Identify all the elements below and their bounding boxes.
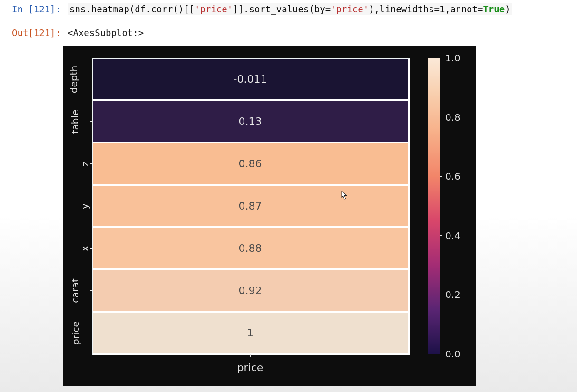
output-text: <AxesSubplot:> [68, 27, 144, 38]
x-axis-label: price [92, 362, 409, 373]
y-tick-label: y [63, 185, 90, 227]
code-cell[interactable]: sns.heatmap(df.corr()[['price']].sort_va… [68, 3, 512, 15]
heatmap-row: -0.011 [93, 59, 410, 101]
y-axis-labels: depthtablezyxcaratprice [63, 58, 90, 354]
colorbar [428, 58, 440, 354]
colorbar-tick: 0.6 [440, 171, 460, 182]
heatmap-row: 0.92 [93, 270, 410, 313]
cell-value: 0.88 [239, 242, 262, 254]
colorbar-tick: 0.2 [440, 289, 460, 300]
y-tick-label: depth [63, 58, 90, 100]
colorbar-tick: 0.4 [440, 230, 460, 241]
y-tick-label: table [63, 100, 90, 143]
cell-value: 0.87 [239, 200, 262, 212]
heatmap-row: 1 [93, 313, 410, 355]
heatmap-figure: depthtablezyxcaratprice -0.0110.130.860.… [63, 46, 476, 386]
heatmap-row: 0.88 [93, 228, 410, 270]
heatmap-row: 0.13 [93, 101, 410, 143]
input-prompt: In [121]: [5, 3, 68, 14]
y-tick-label: x [63, 227, 90, 269]
heatmap-row: 0.87 [93, 186, 410, 228]
y-tick-label: z [63, 143, 90, 185]
cell-value: 1 [247, 327, 254, 339]
y-tick-label: carat [63, 269, 90, 312]
cell-value: 0.13 [239, 115, 262, 127]
cell-value: 0.92 [239, 285, 262, 296]
colorbar-tick: 0.0 [440, 348, 460, 360]
cell-value: -0.011 [234, 73, 267, 85]
heatmap-row: 0.86 [93, 143, 410, 186]
colorbar-ticks: 0.00.20.40.60.81.0 [440, 58, 461, 354]
colorbar-tick: 1.0 [440, 52, 460, 64]
colorbar-tick: 0.8 [440, 112, 460, 123]
output-prompt: Out[121]: [5, 27, 68, 38]
cell-value: 0.86 [239, 158, 262, 170]
y-tick-label: price [63, 312, 90, 354]
heatmap-plot: -0.0110.130.860.870.880.921 [92, 58, 410, 355]
